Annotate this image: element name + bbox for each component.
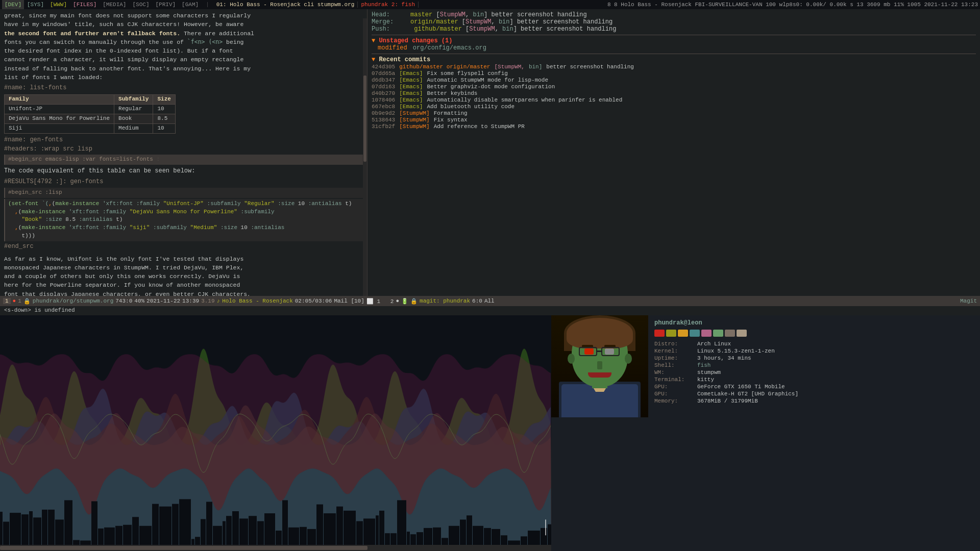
sysinfo-wm-row: WM: stumpwm: [654, 369, 974, 375]
sysinfo-memory-row: Memory: 3678MiB / 31799MiB: [654, 398, 974, 404]
dot-indicator: ●: [396, 298, 399, 304]
commit-hash: 07dd65a: [372, 70, 395, 77]
commit-tag: [StumpWM]: [399, 123, 429, 130]
tag-priv[interactable]: [PRIV]: [153, 0, 179, 9]
commit-msg: Fix syntax: [434, 117, 468, 123]
sysinfo-terminal-val: kitty: [697, 377, 714, 383]
buffer-path: phundrak/org/stumpwm.org: [33, 298, 113, 304]
scrollbar-thumb[interactable]: [363, 76, 366, 162]
font-size: 8.5: [153, 114, 175, 124]
window-1[interactable]: 01: Holo Bass - Rosenjack cli stumpwm.or…: [213, 2, 358, 8]
commit-row: 424d305 github/master origin/master [Stu…: [372, 64, 976, 70]
avatar-section: phundrak@leon Distro: Arch Linux Kernel:…: [551, 315, 980, 551]
sysinfo-memory-key: Memory:: [654, 398, 695, 404]
commit-row: 0b9e9d2 [StumpWM] Formatting: [372, 110, 976, 116]
commit-tag: [Emacs]: [399, 90, 423, 96]
avatar-mouth: [588, 372, 611, 378]
commit-row: 1078406 [Emacs] Automatically disable sm…: [372, 97, 976, 103]
recent-commits-section: ▼ Recent commits 424d305 github/master o…: [372, 56, 976, 130]
commit-tag2: bin]: [529, 64, 542, 70]
swatch-red: [654, 330, 665, 337]
avatar-glasses-left: [579, 347, 597, 356]
sysinfo-username: phundrak@leon: [654, 319, 974, 327]
horizontal-scrollbar[interactable]: [0, 545, 551, 551]
scrollbar-thumb[interactable]: [0, 546, 368, 550]
window-2[interactable]: phundrak 2: fish: [358, 2, 419, 8]
battery-icon: 🔋: [401, 298, 408, 305]
separator2: [372, 54, 976, 54]
music-timer: 02:05/03:06: [295, 298, 332, 304]
tag-sys[interactable]: [SYS]: [24, 0, 47, 9]
unstaged-label: Unstaged changes (1): [379, 37, 452, 44]
recent-commits-header[interactable]: ▼ Recent commits: [372, 56, 976, 63]
sysinfo-wm-val: stumpwm: [697, 369, 721, 375]
tag-dev[interactable]: [DEV]: [2, 0, 24, 9]
table-row: DejaVu Sans Mono for Powerline Book 8.5: [5, 114, 176, 124]
tag-media[interactable]: [MEDIA]: [100, 0, 129, 9]
sysinfo-terminal-key: Terminal:: [654, 377, 695, 383]
sysinfo-memory-val: 3678MiB / 31799MiB: [697, 398, 758, 404]
swatch-green: [666, 330, 676, 337]
git-push-val: github/master [StumpWM, bin] better scre…: [394, 26, 616, 33]
commit-tag: [StumpWM,: [494, 64, 524, 70]
tag-www[interactable]: [WWW]: [47, 0, 70, 9]
color-swatches: [654, 330, 974, 337]
commit-tag: [Emacs]: [399, 84, 423, 90]
buffer-percent: 40%: [134, 298, 144, 304]
recent-commits-label: Recent commits: [379, 56, 430, 63]
waveform-canvas: [0, 315, 551, 551]
commit-msg: Add bluetooth utility code: [427, 104, 514, 110]
font-subfamily: Medium: [114, 124, 153, 134]
commit-row: d40b270 [Emacs] Better keybinds: [372, 90, 976, 96]
recent-commits-arrow-icon: ▼: [372, 56, 375, 63]
commit-msg: Automatic StumpWM mode for lisp-mode: [427, 77, 548, 83]
swatch-magenta: [701, 330, 712, 337]
sysinfo-gpu2-val: CometLake-H GT2 [UHD Graphics]: [697, 391, 798, 397]
minibuffer: <s-down> is undefined: [0, 306, 980, 315]
unstaged-header[interactable]: ▼ Unstaged changes (1): [372, 37, 976, 44]
commit-tag: [StumpWM]: [399, 117, 429, 123]
git-merge-key: Merge:: [372, 18, 394, 26]
tag-gam[interactable]: [GAM]: [179, 0, 202, 9]
tag-files[interactable]: [FILES]: [70, 0, 100, 9]
commit-hash: 5138643: [372, 117, 395, 123]
table-row: Unifont-JP Regular 10: [5, 105, 176, 114]
commit-msg: better screenshot handling: [546, 64, 634, 70]
tag-soc[interactable]: [SOC]: [129, 0, 152, 9]
commit-row: d6db347 [Emacs] Automatic StumpWM mode f…: [372, 77, 976, 83]
buffer-indicator2: 1: [18, 298, 21, 304]
swatch-yellow: [678, 330, 688, 337]
commit-hash: 424d305: [372, 64, 395, 70]
commit-msg: Automatically disable smartparens when p…: [427, 97, 622, 103]
swatch-blue: [690, 330, 700, 337]
vertical-scrollbar[interactable]: [363, 18, 367, 296]
git-push-key: Push:: [372, 26, 390, 33]
emacs-left-panel[interactable]: great, since my main font does not suppo…: [0, 9, 368, 296]
avatar-glasses-bridge: [597, 350, 601, 352]
separator: [372, 35, 976, 35]
indicators: ⬜ 1 2: [366, 298, 394, 305]
workspace-tags[interactable]: [DEV] [SYS] [WWW] [FILES] [MEDIA] [SOC] …: [2, 0, 202, 9]
avatar-neck: [592, 381, 607, 388]
sysinfo-kernel-row: Kernel: Linux 5.15.3-zen1-1-zen: [654, 348, 974, 354]
col-size: Size: [153, 95, 175, 105]
lock-icon: 🔒: [23, 298, 31, 305]
commit-tag: [Emacs]: [399, 70, 423, 77]
commit-row: 31cfb2f [StumpWM] Add reference to Stump…: [372, 123, 976, 130]
commit-msg: Better graphviz-dot mode configuration: [427, 84, 555, 90]
sysinfo-terminal-row: Terminal: kitty: [654, 377, 974, 383]
commit-origin: github/master origin/master: [399, 64, 490, 70]
buffer-pos: 743:0: [115, 298, 132, 304]
org-content: great, since my main font does not suppo…: [0, 9, 367, 296]
git-merge-row: Merge: origin/master [StumpWM, bin] bett…: [372, 18, 976, 26]
font-table: Family Subfamily Size Unifont-JP Regular…: [4, 94, 176, 134]
font-name: Siji: [5, 124, 114, 134]
main-split: great, since my main font does not suppo…: [0, 9, 980, 296]
modified-label: modified: [378, 44, 407, 52]
avatar-image: [551, 315, 648, 417]
font-size: 10: [153, 124, 175, 134]
sysinfo-uptime-key: Uptime:: [654, 355, 695, 361]
sysinfo-distro-row: Distro: Arch Linux: [654, 341, 974, 347]
commit-msg: Fix some flyspell config: [427, 70, 507, 77]
commit-hash: 31cfb2f: [372, 123, 395, 130]
